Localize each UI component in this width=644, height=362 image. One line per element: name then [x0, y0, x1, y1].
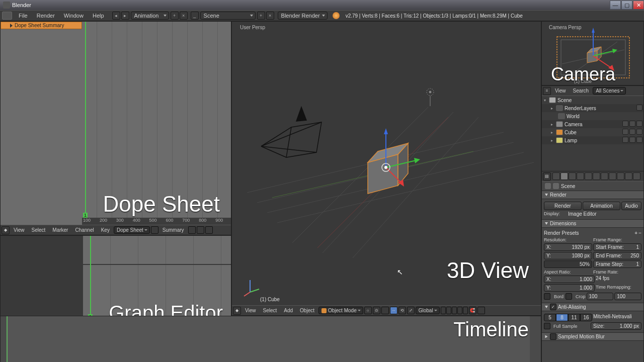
- dopesheet-summary-row[interactable]: Dope Sheet Summary: [1, 22, 82, 29]
- end-frame-input[interactable]: End Frame:250: [593, 252, 641, 259]
- scene-browse-button[interactable]: ⎯: [191, 12, 199, 20]
- manipulator-rotate[interactable]: ⟲: [398, 307, 406, 314]
- resolution-x-input[interactable]: X:1920 px: [544, 243, 592, 251]
- ds-summary-toggle[interactable]: Summary: [159, 227, 187, 233]
- disclosure-icon[interactable]: [10, 24, 13, 28]
- manipulator-translate[interactable]: ↔: [390, 307, 397, 314]
- editor-type-icon[interactable]: ≡: [543, 87, 551, 95]
- pivot-dropdown[interactable]: ⊙: [373, 307, 380, 314]
- crop-checkbox[interactable]: [566, 293, 572, 300]
- shading-dropdown[interactable]: ○: [364, 307, 372, 314]
- editor-type-icon[interactable]: ◆: [233, 307, 241, 315]
- layer-button[interactable]: [381, 307, 389, 314]
- scene-dropdown[interactable]: Scene: [200, 12, 256, 20]
- tab-data[interactable]: [601, 172, 608, 180]
- menu-window[interactable]: Window: [59, 11, 88, 21]
- tab-particles[interactable]: [625, 172, 632, 180]
- render-border[interactable]: [477, 307, 485, 314]
- editor-type-icon[interactable]: ▤: [543, 172, 551, 180]
- dopesheet-channel-list[interactable]: Dope Sheet Summary: [1, 22, 82, 225]
- layout-dropdown[interactable]: Animation: [131, 12, 169, 20]
- preset-add[interactable]: +: [634, 230, 637, 236]
- filter-size-input[interactable]: Size:1.000 px: [591, 322, 641, 330]
- orientation-dropdown[interactable]: Global: [416, 307, 440, 314]
- framerate-dropdown[interactable]: 24 fps: [596, 276, 641, 283]
- preset-remove[interactable]: −: [638, 230, 641, 236]
- display-dropdown[interactable]: Image Editor: [568, 211, 639, 217]
- remap-new-input[interactable]: 100: [614, 293, 641, 300]
- menu-file[interactable]: File: [14, 11, 32, 21]
- ol-menu-search[interactable]: Search: [570, 88, 592, 94]
- menu-render[interactable]: Render: [32, 11, 59, 21]
- outliner-item-scene[interactable]: Scene: [557, 98, 572, 103]
- scene-add-button[interactable]: +: [257, 12, 265, 20]
- resolution-pct-slider[interactable]: 50%: [544, 260, 592, 268]
- layout-add-button[interactable]: +: [171, 12, 179, 20]
- outliner-mode-dropdown[interactable]: All Scenes: [593, 87, 626, 95]
- v3-mode-dropdown[interactable]: Object Mode: [318, 307, 363, 314]
- camera-viewport[interactable]: Camera Persp (1) Cube: [542, 22, 643, 85]
- border-checkbox[interactable]: [544, 293, 550, 300]
- tab-world[interactable]: [569, 172, 576, 180]
- outliner-item-camera[interactable]: Camera: [565, 122, 583, 127]
- scene-remove-button[interactable]: ×: [266, 12, 274, 20]
- maximize-button[interactable]: ▢: [621, 1, 632, 10]
- tab-physics[interactable]: [633, 172, 640, 180]
- outliner-item-cube[interactable]: Cube: [565, 130, 577, 135]
- v3-menu-select[interactable]: Select: [260, 308, 280, 313]
- ds-menu-select[interactable]: Select: [29, 227, 49, 233]
- menu-help[interactable]: Help: [88, 11, 109, 21]
- snap-toggle[interactable]: 🧲: [469, 307, 476, 314]
- eye-icon[interactable]: [622, 121, 628, 127]
- aa-checkbox[interactable]: ✓: [550, 304, 556, 310]
- close-button[interactable]: ✕: [633, 1, 644, 10]
- playhead-line[interactable]: [85, 22, 86, 218]
- editor-type-icon[interactable]: ◆: [2, 226, 10, 234]
- layer-buttons[interactable]: [441, 307, 468, 314]
- mb-checkbox[interactable]: [550, 333, 556, 340]
- viewport-3d[interactable]: User Persp: [232, 22, 541, 305]
- tab-constraints[interactable]: [585, 172, 592, 180]
- manipulator-scale[interactable]: ⤢: [407, 307, 415, 314]
- tab-render[interactable]: [552, 172, 560, 180]
- v3-menu-add[interactable]: Add: [281, 308, 296, 313]
- ds-filter-2[interactable]: [197, 226, 204, 234]
- ds-filter-3[interactable]: [205, 226, 213, 234]
- v3-menu-object[interactable]: Object: [297, 308, 317, 313]
- layout-prev-button[interactable]: ◂: [112, 12, 120, 20]
- aa-filter-dropdown[interactable]: Mitchell-Netravali: [593, 314, 641, 321]
- motionblur-panel-header[interactable]: Sampled Motion Blur: [542, 332, 643, 341]
- ds-menu-marker[interactable]: Marker: [49, 227, 71, 233]
- dimensions-panel-header[interactable]: Dimensions: [542, 219, 643, 228]
- aspect-y-input[interactable]: Y:1.000: [544, 284, 595, 292]
- render-engine-dropdown[interactable]: Blender Render: [278, 12, 328, 20]
- full-sample-checkbox[interactable]: [544, 323, 550, 329]
- remap-old-input[interactable]: 100: [587, 293, 614, 300]
- timeline-region[interactable]: 0102030405060708090100110120130140150160…: [1, 316, 541, 362]
- tab-object[interactable]: [577, 172, 584, 180]
- pin-icon[interactable]: [545, 183, 551, 189]
- ds-mode-dropdown[interactable]: Dope Sheet: [114, 226, 150, 234]
- layout-next-button[interactable]: ▸: [121, 12, 129, 20]
- playhead-line[interactable]: [90, 236, 91, 319]
- aa-samples-segment[interactable]: 5 8 11 16: [544, 314, 592, 321]
- cursor-icon[interactable]: [629, 121, 635, 127]
- animation-button[interactable]: Animation: [583, 202, 620, 210]
- ol-menu-view[interactable]: View: [552, 88, 569, 94]
- render-panel-header[interactable]: Render: [542, 191, 643, 199]
- ds-toggle-1[interactable]: [151, 226, 158, 234]
- blender-logo-icon[interactable]: [2, 12, 12, 20]
- tab-scene[interactable]: [560, 172, 568, 180]
- start-frame-input[interactable]: Start Frame:1: [593, 243, 641, 251]
- tab-material[interactable]: [609, 172, 616, 180]
- ds-menu-channel[interactable]: Channel: [72, 227, 97, 233]
- tab-texture[interactable]: [617, 172, 624, 180]
- render-presets-dropdown[interactable]: Render Presets: [544, 230, 633, 236]
- outliner-item-lamp[interactable]: Lamp: [565, 138, 577, 143]
- dopesheet-keyframe-region[interactable]: 1 100200300400500600700800900: [82, 22, 231, 225]
- grapheditor-curve-region[interactable]: 1 50100150200: [83, 236, 231, 326]
- v3-menu-view[interactable]: View: [242, 308, 259, 313]
- render-icon[interactable]: [636, 121, 642, 127]
- dopesheet-ruler[interactable]: 100200300400500600700800900: [82, 218, 231, 225]
- outliner-item-renderlayers[interactable]: RenderLayers: [565, 106, 596, 111]
